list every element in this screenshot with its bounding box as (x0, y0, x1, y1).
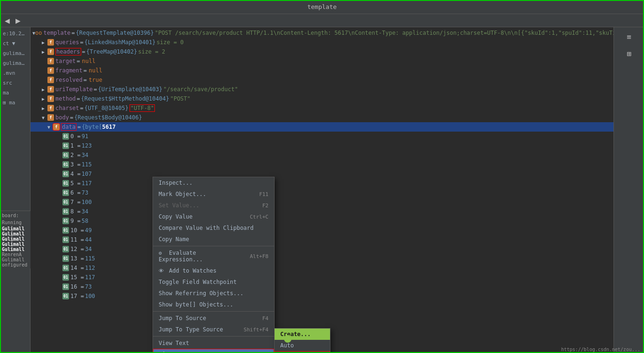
method-name: method (55, 95, 76, 102)
submenu-auto[interactable]: Auto (275, 340, 330, 351)
renren-a[interactable]: RenrenA (2, 252, 29, 257)
byte-row-12[interactable]: 01 12 = 34 (31, 244, 613, 254)
left-item-0[interactable]: e:10.2.3-s (0, 29, 30, 38)
running-panel: board: Running Gulimall Gulimall Gulimal… (0, 211, 31, 268)
body-type: {Request$Body@10406} (74, 114, 142, 121)
byte-val-4: 107 (82, 171, 92, 177)
byte-row-15[interactable]: 01 15 = 117 (31, 273, 613, 282)
byte-row-3[interactable]: 01 3 = 115 (31, 160, 613, 169)
tree-row-queries[interactable]: ▶ f queries = {LinkedHashMap@10401} size… (31, 38, 613, 47)
byte-row-5[interactable]: 01 5 = 117 (31, 179, 613, 188)
byte-row-4[interactable]: 01 4 = 107 (31, 169, 613, 179)
tree-row-charset[interactable]: ▶ f charset = {UTF_8@10405} "UTF-8" (31, 103, 613, 113)
left-item-5[interactable]: src (0, 78, 30, 87)
root-prefix: oo (35, 30, 42, 36)
queries-type: {LinkedHashMap@10401} (84, 39, 156, 46)
ctx-view-text[interactable]: View Text (153, 337, 274, 349)
left-item-4[interactable]: .mvn (0, 69, 30, 78)
tree-row-body[interactable]: ▼ f body = {Request$Body@10406} (31, 113, 613, 122)
ctx-jump-type-source[interactable]: Jump To Type Source Shift+F4 (153, 324, 274, 335)
tree-row-data[interactable]: ▼ f data = {byte[ 5617 (31, 122, 613, 132)
back-button[interactable]: ◀ (3, 16, 12, 25)
gulimall-1[interactable]: Gulimall (2, 226, 29, 231)
sidebar-icon-grid[interactable]: ⊞ (621, 46, 636, 61)
title-text: template (307, 3, 337, 10)
tree-row-root[interactable]: ▼ oo template = {RequestTemplate@10396} … (31, 28, 613, 38)
ctx-jump-source[interactable]: Jump To Source F4 (153, 313, 274, 324)
byte-row-7[interactable]: 01 7 = 100 (31, 197, 613, 207)
ctx-compare[interactable]: Compare Value with Clipboard (153, 222, 274, 234)
byte-idx-0: 0 = (70, 133, 81, 140)
root-value: "POST /search/save/product HTTP/1.1\nCon… (155, 29, 613, 37)
tree-row-resolved[interactable]: ▶ f resolved = true (31, 75, 613, 85)
debug-area[interactable]: ▼ oo template = {RequestTemplate@10396} … (31, 27, 613, 353)
byte-icon-17: 01 (62, 293, 69, 299)
byte-row-17[interactable]: 01 17 = 100 (31, 291, 613, 301)
byte-row-0[interactable]: 01 0 = 91 (31, 132, 613, 141)
gulimall-4[interactable]: Gulimall (2, 242, 29, 247)
ctx-view-as[interactable]: View as ▶ (153, 349, 274, 353)
gulimall-2[interactable]: Gulimall (2, 231, 29, 236)
gulimall-5[interactable]: Gulimall (2, 247, 29, 252)
ctx-add-watches[interactable]: 👁Add to Watches (153, 265, 274, 276)
ctx-toggle-watchpoint[interactable]: Toggle Field Watchpoint (153, 276, 274, 288)
byte-row-1[interactable]: 01 1 = 123 (31, 141, 613, 150)
byte-icon-14: 01 (62, 265, 69, 271)
byte-row-9[interactable]: 01 9 = 58 (31, 216, 613, 226)
uri-value: "/search/save/product" (163, 86, 238, 93)
sidebar-icon-menu[interactable]: ≡ (621, 29, 636, 44)
gulimall-3[interactable]: Gulimall (2, 236, 29, 242)
forward-button[interactable]: ▶ (14, 16, 23, 25)
byte-idx-6: 6 = (70, 189, 81, 196)
left-item-6[interactable]: ma (0, 88, 30, 97)
byte-idx-12: 12 = (70, 246, 84, 252)
target-value: null (82, 58, 96, 64)
byte-idx-4: 4 = (70, 171, 81, 177)
ctx-show-referring[interactable]: Show Referring Objects... (153, 288, 274, 299)
gulimall-6[interactable]: Gulimall (2, 257, 29, 262)
ctx-inspect[interactable]: Inspect... (153, 177, 274, 188)
byte-val-16: 73 (85, 283, 92, 290)
byte-row-16[interactable]: 01 16 = 73 (31, 282, 613, 291)
byte-idx-1: 1 = (70, 142, 81, 149)
byte-row-14[interactable]: 01 14 = 112 (31, 263, 613, 273)
ctx-copy-name[interactable]: Copy Name (153, 234, 274, 245)
ctx-mark-object[interactable]: Mark Object... F11 (153, 188, 274, 200)
ctx-show-byte[interactable]: Show byte[] Objects... (153, 299, 274, 310)
tree-row-method[interactable]: ▶ f method = {Request$HttpMethod@10404} … (31, 94, 613, 103)
onfigured[interactable]: onfigured (2, 262, 29, 267)
byte-row-11[interactable]: 01 11 = 44 (31, 235, 613, 244)
uri-icon: f (47, 86, 54, 93)
byte-idx-11: 11 = (70, 236, 84, 243)
left-item-2[interactable]: gulimall- (0, 49, 30, 58)
left-item-1[interactable]: ct ▼ (0, 39, 30, 48)
byte-idx-14: 14 = (70, 265, 84, 271)
left-item-7[interactable]: ⊞ ma (0, 98, 30, 107)
submenu-create[interactable]: Create... (275, 329, 330, 340)
tree-row-headers[interactable]: ▶ f headers = {TreeMap@10402} size = 2 (31, 47, 613, 56)
ctx-evaluate[interactable]: ⚙Evaluate Expression... Alt+F8 (153, 247, 274, 265)
byte-icon-12: 01 (62, 246, 69, 252)
resolved-icon: f (47, 77, 54, 83)
byte-icon-3: 01 (62, 161, 69, 168)
byte-row-13[interactable]: 01 13 = 115 (31, 254, 613, 263)
ctx-copy-value[interactable]: Copy Value Ctrl+C (153, 211, 274, 222)
data-size: 5617 (102, 124, 116, 130)
byte-idx-16: 16 = (70, 283, 84, 290)
tree-row-target[interactable]: ▶ f target = null (31, 56, 613, 66)
tree-row-fragment[interactable]: ▶ f fragment = null (31, 66, 613, 75)
submenu-string[interactable]: String (275, 351, 330, 353)
byte-row-8[interactable]: 01 8 = 34 (31, 207, 613, 216)
byte-icon-6: 01 (62, 189, 69, 196)
byte-row-2[interactable]: 01 2 = 34 (31, 150, 613, 160)
left-item-3[interactable]: gulimall- (0, 59, 30, 68)
main-layout: e:10.2.3-s ct ▼ gulimall- gulimall- .mvn… (0, 27, 644, 353)
byte-icon-15: 01 (62, 274, 69, 281)
ctx-sep-3 (153, 336, 274, 337)
method-value: "POST" (170, 95, 190, 102)
ctx-set-value[interactable]: Set Value... F2 (153, 200, 274, 211)
byte-icon-1: 01 (62, 142, 69, 149)
byte-row-6[interactable]: 01 6 = 73 (31, 188, 613, 197)
tree-row-uriTemplate[interactable]: ▶ f uriTemplate = {UriTemplate@10403} "/… (31, 85, 613, 94)
byte-row-10[interactable]: 01 10 = 49 (31, 226, 613, 235)
